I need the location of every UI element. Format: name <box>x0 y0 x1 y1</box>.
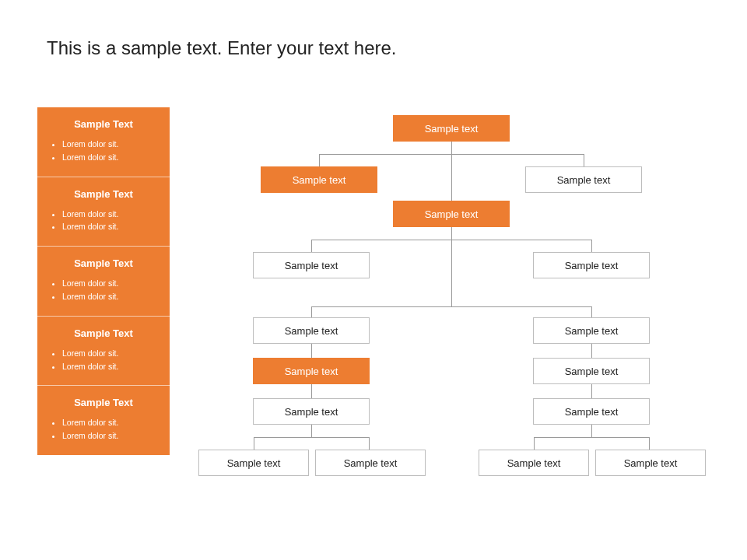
connector <box>591 240 592 252</box>
sidebar-bullet: Lorem dolor sit. <box>62 347 160 360</box>
connector <box>534 437 650 438</box>
node-l8-d: Sample text <box>595 450 706 476</box>
node-label: Sample text <box>507 457 561 469</box>
sidebar-card-list: Lorem dolor sit. Lorem dolor sit. <box>47 277 160 303</box>
node-label: Sample text <box>565 406 619 418</box>
node-label: Sample text <box>565 325 619 337</box>
connector <box>311 384 312 398</box>
sidebar-card-list: Lorem dolor sit. Lorem dolor sit. <box>47 347 160 373</box>
sidebar-bullet: Lorem dolor sit. <box>62 208 160 221</box>
connector <box>369 437 370 450</box>
node-l8-a: Sample text <box>198 450 309 476</box>
sidebar-card: Sample Text Lorem dolor sit. Lorem dolor… <box>37 177 170 247</box>
sidebar-card: Sample Text Lorem dolor sit. Lorem dolor… <box>37 247 170 317</box>
connector <box>584 154 584 166</box>
sidebar-card-title: Sample Text <box>47 397 160 408</box>
connector <box>451 240 452 306</box>
node-root: Sample text <box>393 115 510 142</box>
node-l8-c: Sample text <box>479 450 589 476</box>
connector <box>311 425 312 437</box>
connector <box>451 154 452 201</box>
node-l4-right: Sample text <box>533 252 650 278</box>
connector <box>534 437 535 450</box>
node-label: Sample text <box>293 174 346 186</box>
sidebar-card-list: Lorem dolor sit. Lorem dolor sit. <box>47 208 160 234</box>
sidebar: Sample Text Lorem dolor sit. Lorem dolor… <box>37 107 170 455</box>
node-l5-left: Sample text <box>253 317 370 344</box>
connector <box>254 437 370 438</box>
sidebar-card: Sample Text Lorem dolor sit. Lorem dolor… <box>37 386 170 455</box>
node-label: Sample text <box>565 260 619 271</box>
sidebar-bullet: Lorem dolor sit. <box>62 360 160 373</box>
sidebar-card-title: Sample Text <box>47 327 160 339</box>
node-label: Sample text <box>285 260 338 271</box>
sidebar-bullet: Lorem dolor sit. <box>62 220 160 233</box>
sidebar-bullet: Lorem dolor sit. <box>62 151 160 164</box>
connector <box>591 384 592 398</box>
connector <box>591 306 592 317</box>
node-l7-left: Sample text <box>253 398 370 425</box>
connector <box>319 154 320 166</box>
node-l5-right: Sample text <box>533 317 650 344</box>
node-label: Sample text <box>285 325 338 337</box>
sidebar-bullet: Lorem dolor sit. <box>62 277 160 290</box>
connector <box>591 344 592 358</box>
node-label: Sample text <box>227 457 281 469</box>
sidebar-card-title: Sample Text <box>47 118 160 130</box>
connector <box>649 437 650 450</box>
org-chart: Sample text Sample text Sample text Samp… <box>202 109 716 529</box>
node-l2-right: Sample text <box>525 166 642 193</box>
node-l7-right: Sample text <box>533 398 650 425</box>
sidebar-card-list: Lorem dolor sit. Lorem dolor sit. <box>47 138 160 164</box>
node-label: Sample text <box>565 366 619 377</box>
connector <box>451 142 452 154</box>
sidebar-card-title: Sample Text <box>47 257 160 269</box>
sidebar-card: Sample Text Lorem dolor sit. Lorem dolor… <box>37 317 170 387</box>
node-l6-left: Sample text <box>253 358 370 384</box>
sidebar-bullet: Lorem dolor sit. <box>62 290 160 303</box>
connector <box>591 425 592 437</box>
node-label: Sample text <box>425 208 479 220</box>
node-label: Sample text <box>557 174 611 186</box>
sidebar-card-title: Sample Text <box>47 188 160 200</box>
sidebar-card-list: Lorem dolor sit. Lorem dolor sit. <box>47 416 160 443</box>
node-label: Sample text <box>285 366 338 377</box>
node-l8-b: Sample text <box>315 450 426 476</box>
node-l3-mid: Sample text <box>393 201 510 227</box>
node-l4-left: Sample text <box>253 252 370 278</box>
node-l2-left: Sample text <box>261 166 377 193</box>
sidebar-bullet: Lorem dolor sit. <box>62 416 160 429</box>
node-l6-right: Sample text <box>533 358 650 384</box>
node-label: Sample text <box>344 457 398 469</box>
page-title: This is a sample text. Enter your text h… <box>47 37 397 59</box>
connector <box>311 240 312 252</box>
connector <box>451 227 452 240</box>
node-label: Sample text <box>425 123 479 135</box>
connector <box>311 306 312 317</box>
sidebar-bullet: Lorem dolor sit. <box>62 429 160 443</box>
connector <box>254 437 254 450</box>
node-label: Sample text <box>624 457 678 469</box>
connector <box>311 344 312 358</box>
sidebar-bullet: Lorem dolor sit. <box>62 138 160 151</box>
connector <box>311 306 592 307</box>
sidebar-card: Sample Text Lorem dolor sit. Lorem dolor… <box>37 107 170 177</box>
node-label: Sample text <box>285 406 338 418</box>
